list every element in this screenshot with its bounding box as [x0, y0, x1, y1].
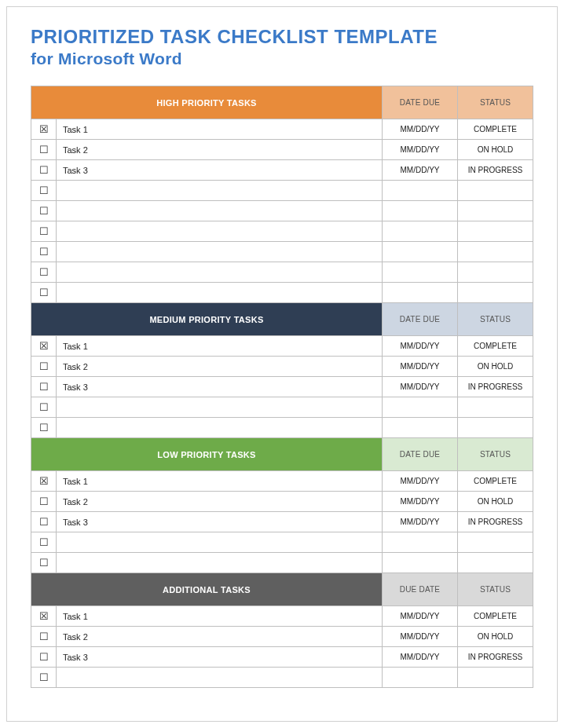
date-due[interactable]: MM/DD/YY: [383, 140, 458, 160]
task-name[interactable]: Task 1: [57, 606, 383, 627]
status[interactable]: IN PROGRESS: [458, 160, 533, 181]
checkbox-icon[interactable]: ☐: [31, 160, 57, 181]
task-name[interactable]: Task 3: [57, 512, 383, 532]
status-header: STATUS: [458, 86, 533, 119]
task-name[interactable]: [57, 532, 383, 553]
task-name[interactable]: Task 1: [57, 119, 383, 140]
checkbox-icon[interactable]: ☐: [31, 181, 57, 201]
date-due[interactable]: [383, 201, 458, 221]
status[interactable]: [458, 283, 533, 303]
checkbox-icon[interactable]: ☒: [31, 471, 57, 492]
date-due[interactable]: MM/DD/YY: [383, 627, 458, 647]
status[interactable]: [458, 418, 533, 438]
status[interactable]: [458, 221, 533, 242]
status[interactable]: [458, 668, 533, 688]
date-due[interactable]: [383, 283, 458, 303]
checkbox-icon[interactable]: ☐: [31, 357, 57, 377]
task-name[interactable]: [57, 201, 383, 221]
checkbox-icon[interactable]: ☐: [31, 397, 57, 418]
checkbox-icon[interactable]: ☐: [31, 532, 57, 553]
status-header: STATUS: [458, 573, 533, 606]
task-name[interactable]: Task 2: [57, 357, 383, 377]
date-due[interactable]: MM/DD/YY: [383, 471, 458, 492]
status[interactable]: [458, 262, 533, 283]
date-due[interactable]: [383, 221, 458, 242]
checkbox-icon[interactable]: ☐: [31, 647, 57, 668]
table-row: ☒Task 1MM/DD/YYCOMPLETE: [31, 471, 533, 492]
task-name[interactable]: [57, 262, 383, 283]
checkbox-icon[interactable]: ☐: [31, 377, 57, 397]
checkbox-icon[interactable]: ☒: [31, 606, 57, 627]
task-name[interactable]: Task 1: [57, 471, 383, 492]
status[interactable]: IN PROGRESS: [458, 377, 533, 397]
status[interactable]: [458, 397, 533, 418]
checkbox-icon[interactable]: ☐: [31, 512, 57, 532]
checkbox-icon[interactable]: ☐: [31, 242, 57, 262]
task-name[interactable]: Task 3: [57, 160, 383, 181]
date-due[interactable]: MM/DD/YY: [383, 492, 458, 512]
date-due[interactable]: [383, 668, 458, 688]
status[interactable]: IN PROGRESS: [458, 647, 533, 668]
task-name[interactable]: [57, 397, 383, 418]
checkbox-icon[interactable]: ☐: [31, 627, 57, 647]
task-name[interactable]: Task 3: [57, 377, 383, 397]
date-due[interactable]: [383, 532, 458, 553]
checkbox-icon[interactable]: ☐: [31, 492, 57, 512]
date-due[interactable]: [383, 397, 458, 418]
checkbox-icon[interactable]: ☐: [31, 553, 57, 573]
date-due[interactable]: MM/DD/YY: [383, 357, 458, 377]
table-row: ☒Task 1MM/DD/YYCOMPLETE: [31, 336, 533, 357]
status[interactable]: [458, 242, 533, 262]
date-due[interactable]: [383, 553, 458, 573]
task-name[interactable]: [57, 418, 383, 438]
status[interactable]: ON HOLD: [458, 357, 533, 377]
task-name[interactable]: [57, 283, 383, 303]
checkbox-icon[interactable]: ☐: [31, 668, 57, 688]
checkbox-icon[interactable]: ☐: [31, 140, 57, 160]
checkbox-icon[interactable]: ☒: [31, 336, 57, 357]
date-due[interactable]: [383, 262, 458, 283]
status[interactable]: [458, 201, 533, 221]
status[interactable]: COMPLETE: [458, 606, 533, 627]
table-row: ☐Task 2MM/DD/YYON HOLD: [31, 140, 533, 160]
checkbox-icon[interactable]: ☐: [31, 201, 57, 221]
date-due[interactable]: MM/DD/YY: [383, 606, 458, 627]
date-due[interactable]: [383, 242, 458, 262]
date-due[interactable]: MM/DD/YY: [383, 377, 458, 397]
date-due[interactable]: [383, 418, 458, 438]
date-due[interactable]: [383, 181, 458, 201]
task-name[interactable]: [57, 668, 383, 688]
task-name[interactable]: [57, 181, 383, 201]
status[interactable]: COMPLETE: [458, 336, 533, 357]
task-name[interactable]: Task 2: [57, 140, 383, 160]
checkbox-icon[interactable]: ☐: [31, 262, 57, 283]
status[interactable]: [458, 532, 533, 553]
document-page: PRIORITIZED TASK CHECKLIST TEMPLATE for …: [6, 6, 558, 722]
checkbox-icon[interactable]: ☐: [31, 283, 57, 303]
status[interactable]: COMPLETE: [458, 471, 533, 492]
checkbox-icon[interactable]: ☐: [31, 221, 57, 242]
status[interactable]: COMPLETE: [458, 119, 533, 140]
checklist-table: HIGH PRIORITY TASKSDATE DUESTATUS☒Task 1…: [31, 86, 533, 688]
status[interactable]: ON HOLD: [458, 492, 533, 512]
checkbox-icon[interactable]: ☐: [31, 418, 57, 438]
date-due[interactable]: MM/DD/YY: [383, 336, 458, 357]
date-due[interactable]: MM/DD/YY: [383, 160, 458, 181]
checkbox-icon[interactable]: ☒: [31, 119, 57, 140]
status[interactable]: ON HOLD: [458, 627, 533, 647]
date-due[interactable]: MM/DD/YY: [383, 119, 458, 140]
date-due[interactable]: MM/DD/YY: [383, 647, 458, 668]
status[interactable]: ON HOLD: [458, 140, 533, 160]
task-name[interactable]: Task 2: [57, 492, 383, 512]
task-name[interactable]: [57, 221, 383, 242]
task-name[interactable]: Task 1: [57, 336, 383, 357]
status[interactable]: [458, 553, 533, 573]
task-name[interactable]: Task 3: [57, 647, 383, 668]
date-due[interactable]: MM/DD/YY: [383, 512, 458, 532]
task-name[interactable]: [57, 242, 383, 262]
task-name[interactable]: Task 2: [57, 627, 383, 647]
table-row: ☐: [31, 201, 533, 221]
status[interactable]: IN PROGRESS: [458, 512, 533, 532]
status[interactable]: [458, 181, 533, 201]
task-name[interactable]: [57, 553, 383, 573]
